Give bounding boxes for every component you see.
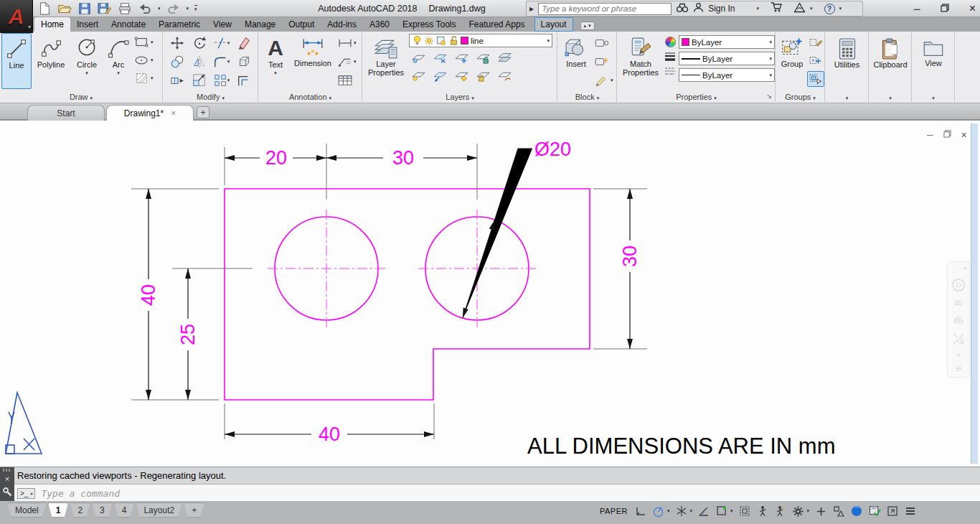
command-close-icon[interactable]: ×	[5, 475, 9, 483]
workspace-dropdown-icon[interactable]: ▾	[807, 508, 810, 514]
search-arrow-icon[interactable]: ▶	[529, 6, 534, 12]
tab-layout[interactable]: Layout	[534, 17, 573, 32]
hatch-tool-button[interactable]: ▾	[133, 70, 154, 86]
erase-tool-button[interactable]	[235, 35, 253, 51]
search-input[interactable]	[538, 3, 672, 15]
open-file-icon[interactable]	[57, 2, 72, 15]
annotation-panel-label[interactable]: Annotation ▾	[259, 93, 362, 101]
customization-menu-icon[interactable]	[904, 505, 917, 518]
annotation-scale-plus-icon[interactable]	[814, 505, 827, 518]
new-layout-tab-button[interactable]: +	[184, 502, 204, 518]
steering-wheel-icon[interactable]	[951, 278, 966, 294]
clipboard-panel-label[interactable]: ▾	[870, 93, 911, 101]
table-button[interactable]	[336, 72, 357, 88]
autoscale-icon[interactable]	[774, 505, 787, 518]
ungroup-button[interactable]	[807, 35, 824, 51]
layer-walk-button[interactable]	[496, 67, 514, 83]
tab-parametric[interactable]: Parametric	[152, 17, 207, 32]
dimension-tool-button[interactable]: Dimension	[291, 33, 335, 89]
ortho-mode-icon[interactable]	[634, 505, 647, 518]
view-panel-label[interactable]: ▾	[913, 93, 954, 101]
fillet-tool-button[interactable]: ▾	[213, 54, 230, 70]
navbar-close-icon[interactable]: ×	[963, 265, 967, 272]
help-dropdown-icon[interactable]: ▾	[839, 6, 842, 11]
layer-properties-button[interactable]: Layer Properties	[366, 34, 406, 88]
file-tab-start[interactable]: Start	[27, 105, 105, 121]
isometric-drafting-icon[interactable]	[675, 505, 688, 518]
layout-tab-4[interactable]: 4	[114, 502, 135, 518]
draw-panel-label[interactable]: Draw ▾	[0, 93, 162, 101]
layout-tab-1[interactable]: 1	[48, 502, 69, 518]
circle-tool-button[interactable]: Circle ▾	[70, 33, 103, 89]
file-tab-drawing1[interactable]: Drawing1* ×	[106, 105, 194, 121]
layer-match-button[interactable]	[432, 67, 449, 83]
tab-manage[interactable]: Manage	[238, 17, 282, 32]
text-tool-button[interactable]: A Text ▾	[262, 33, 289, 89]
mirror-tool-button[interactable]	[191, 54, 208, 70]
leader-button[interactable]: ▾	[336, 54, 357, 70]
ribbon-cycle-button[interactable]: ▴ ▾	[580, 22, 595, 30]
osnap-dropdown-icon[interactable]: ▾	[730, 508, 733, 514]
qat-customize-icon[interactable]: ▾	[194, 5, 197, 12]
block-panel-label[interactable]: Block ▾	[558, 93, 616, 101]
command-prompt-icon[interactable]: >_ ▾	[17, 488, 35, 499]
rectangle-tool-button[interactable]: ▾	[133, 34, 154, 50]
app-store-icon[interactable]	[793, 2, 806, 16]
edit-block-button[interactable]	[593, 35, 611, 51]
scale-tool-button[interactable]	[191, 72, 208, 88]
layout-tab-2[interactable]: 2	[70, 502, 90, 518]
sign-in-label[interactable]: Sign In	[708, 4, 735, 14]
tab-output[interactable]: Output	[282, 17, 321, 32]
osnap-tracking-icon[interactable]	[697, 505, 710, 518]
minimize-button[interactable]: ─	[913, 4, 920, 14]
tab-home[interactable]: Home	[34, 17, 70, 32]
space-mode-label[interactable]: PAPER	[600, 507, 628, 515]
graphics-performance-icon[interactable]	[850, 505, 863, 518]
create-block-button[interactable]	[593, 54, 611, 70]
new-file-icon[interactable]	[37, 2, 52, 15]
annotation-monitor-icon[interactable]	[738, 505, 751, 518]
annotation-scale-icon[interactable]	[832, 505, 845, 518]
line-tool-button[interactable]: Line	[1, 33, 32, 89]
polyline-tool-button[interactable]: Polyline	[33, 33, 69, 89]
layer-select-dropdown-icon[interactable]: ▾	[547, 38, 550, 44]
modify-panel-label[interactable]: Modify ▾	[164, 93, 258, 101]
block-attributes-button[interactable]: ▾	[593, 72, 613, 88]
layer-lock-button[interactable]	[475, 50, 492, 65]
circle-dropdown-icon[interactable]: ▾	[85, 69, 88, 78]
pan-hand-icon[interactable]	[952, 312, 965, 327]
layer-unlock-all-button[interactable]	[475, 67, 492, 83]
tab-express-tools[interactable]: Express Tools	[396, 17, 462, 32]
redo-dropdown-icon[interactable]: ▾	[187, 6, 189, 11]
layers-panel-label[interactable]: Layers ▾	[363, 93, 557, 101]
zoom-extents-icon[interactable]	[952, 332, 965, 347]
save-settings-icon[interactable]	[868, 505, 881, 518]
drawing-canvas[interactable]: ─ ×	[0, 121, 980, 467]
polar-tracking-icon[interactable]	[652, 505, 665, 518]
arc-tool-button[interactable]: Arc ▾	[105, 33, 132, 89]
save-icon[interactable]	[77, 2, 92, 15]
move-tool-button[interactable]	[169, 35, 186, 51]
ellipse-tool-button[interactable]: ▾	[133, 52, 154, 68]
help-icon[interactable]: ?	[824, 4, 835, 14]
workspace-gear-icon[interactable]	[792, 505, 805, 518]
arc-dropdown-icon[interactable]: ▾	[117, 69, 120, 78]
store-cart-icon[interactable]	[771, 1, 783, 16]
annotation-visibility-icon[interactable]	[756, 505, 769, 518]
layout-tab-3[interactable]: 3	[92, 502, 113, 518]
plot-icon[interactable]	[118, 2, 132, 15]
group-selection-toggle[interactable]	[807, 71, 824, 87]
redo-icon[interactable]	[166, 2, 181, 15]
tab-insert[interactable]: Insert	[70, 17, 105, 32]
drag-grip-icon[interactable]	[3, 469, 11, 472]
app-store-dropdown-icon[interactable]: ▾	[810, 6, 813, 11]
linetype-select[interactable]: ByLayer ▾	[679, 68, 775, 82]
undo-icon[interactable]	[138, 2, 152, 15]
layer-thaw-all-button[interactable]	[453, 67, 471, 83]
properties-launcher-icon[interactable]: ↘	[766, 93, 772, 100]
tab-view[interactable]: View	[207, 17, 238, 32]
layer-on-all-button[interactable]	[410, 67, 428, 83]
save-as-icon[interactable]	[98, 2, 112, 15]
close-button[interactable]: ×	[969, 2, 976, 15]
layer-off-button[interactable]	[410, 50, 428, 65]
